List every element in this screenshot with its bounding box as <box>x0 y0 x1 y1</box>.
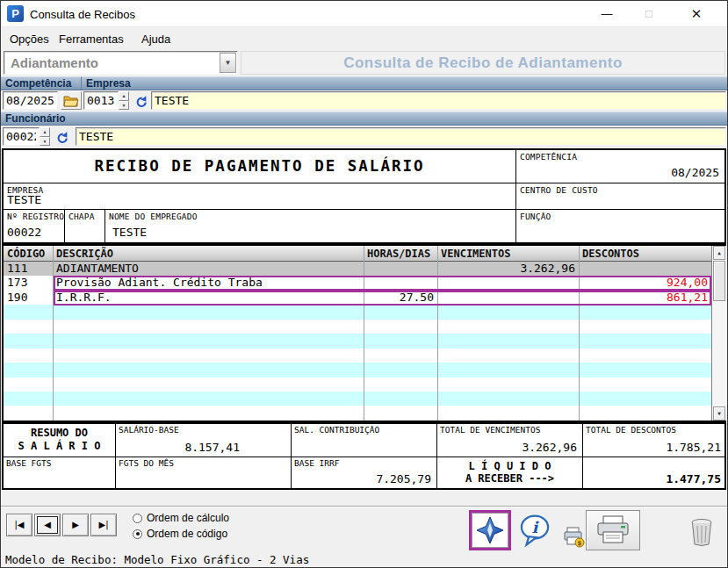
menu-item-ajuda[interactable]: Ajuda <box>141 32 170 46</box>
summary-section: RESUMO DO S A L Á R I O SALÁRIO-BASE 8.1… <box>2 422 726 490</box>
print-button[interactable] <box>586 510 640 550</box>
section-header-empresa: Empresa <box>81 76 727 90</box>
nome-label: NOME DO EMPREGADO <box>109 212 198 221</box>
competencia-label: COMPETÊNCIA <box>520 152 577 162</box>
maximize-button[interactable]: □ <box>630 1 668 26</box>
empresa-undo-button[interactable] <box>133 93 150 109</box>
grid-header-horas-dias: HORAS/DIAS <box>367 248 430 260</box>
nome-value: TESTE <box>112 226 147 239</box>
grid-row-empty[interactable] <box>4 392 711 406</box>
cell-codigo: 111 <box>7 262 27 275</box>
empresa-value: TESTE <box>7 193 41 206</box>
menu-item-opcoes[interactable]: Opções <box>10 32 49 46</box>
spin-up-icon[interactable]: ▲ <box>119 91 129 101</box>
resumo-label: RESUMO DO S A L Á R I O <box>4 424 115 453</box>
grid-header-descontos: DESCONTOS <box>582 248 639 260</box>
grid-header-codigo: CÓDIGO <box>7 248 45 260</box>
undo-icon <box>56 131 69 144</box>
printer-icon <box>595 515 631 545</box>
spin-down-icon[interactable]: ▼ <box>40 137 50 147</box>
competencia-value: 08/2025 <box>671 166 719 179</box>
grid-row-empty[interactable] <box>4 363 711 377</box>
nav-next-button[interactable]: ▶ <box>62 514 89 536</box>
fgts-mes-label: FGTS DO MÊS <box>119 458 174 468</box>
cell-vencimentos: 3.262,96 <box>437 262 575 275</box>
page-title: Consulta de Recibo de Adiantamento <box>343 54 623 71</box>
competencia-header-label: Competência <box>5 77 71 90</box>
grid-row-empty[interactable] <box>4 377 711 392</box>
combobox-value: Adiantamento <box>11 55 98 70</box>
registro-value: 00022 <box>7 226 41 239</box>
grid-row-empty[interactable] <box>4 305 711 319</box>
cell-codigo: 173 <box>7 277 27 289</box>
process-button[interactable] <box>472 513 508 548</box>
funcionario-name-field[interactable] <box>76 127 726 146</box>
section-header-funcionario: Funcionário <box>1 111 727 126</box>
funcionario-code-input[interactable] <box>3 127 40 146</box>
liquido-label: L Í Q U I D O A RECEBER ---> <box>437 457 582 485</box>
minimize-button[interactable]: — <box>587 1 626 26</box>
radio-ordem-codigo-label: Ordem de código <box>147 528 227 540</box>
nav-prev-button[interactable]: ◀ <box>34 514 61 536</box>
receipt-chapa-cell: CHAPA <box>65 210 105 242</box>
info-balloon-icon: i <box>519 514 551 548</box>
status-bar-text: Modelo de Recibo: Modelo Fixo Gráfico - … <box>5 553 309 566</box>
annotation-box-row-190 <box>54 291 711 306</box>
radio-checked-icon <box>133 529 142 539</box>
receipt-title-cell: RECIBO DE PAGAMENTO DE SALÁRIO <box>4 150 516 183</box>
funcionario-undo-button[interactable] <box>54 129 71 145</box>
info-button[interactable]: i <box>517 514 552 549</box>
grid-column-divider <box>364 246 364 421</box>
nav-first-button[interactable]: |◀ <box>6 514 32 536</box>
receipt-registro-cell: Nº REGISTRO 00022 <box>4 210 65 242</box>
app-window: P Consulta de Recibos — □ ✕ Opções Ferra… <box>0 0 728 568</box>
radio-ordem-calculo[interactable]: Ordem de cálculo <box>133 512 229 524</box>
grid-row-111[interactable]: 111 ADIANTAMENTO 3.262,96 <box>4 262 711 276</box>
base-irrf-value: 7.205,79 <box>376 472 431 485</box>
spin-up-icon[interactable]: ▲ <box>40 127 50 137</box>
total-descontos-cell: TOTAL DE DESCONTOS 1.785,21 <box>583 424 726 457</box>
funcionario-code-spinner[interactable]: ▲ ▼ <box>40 127 50 146</box>
nav-last-button[interactable]: ▶| <box>90 514 117 536</box>
grid-row-empty[interactable] <box>4 320 711 334</box>
vertical-scrollbar[interactable]: ▲ ▼ <box>711 246 726 421</box>
grid-column-divider <box>437 246 438 421</box>
base-fgts-label: BASE FGTS <box>6 458 51 468</box>
fgts-mes-cell: FGTS DO MÊS <box>116 457 292 488</box>
grid-row-empty[interactable] <box>4 406 711 420</box>
radio-unchecked-icon <box>133 514 142 523</box>
resumo-cell: RESUMO DO S A L Á R I O <box>4 424 116 457</box>
base-irrf-label: BASE IRRF <box>294 458 339 468</box>
total-vencimentos-cell: TOTAL DE VENCIMENTOS 3.262,96 <box>437 424 583 457</box>
receipt-grid: CÓDIGO DESCRIÇÃO HORAS/DIAS VENCIMENTOS … <box>2 244 726 422</box>
grid-header-descricao: DESCRIÇÃO <box>56 248 113 260</box>
competencia-input[interactable] <box>3 91 58 110</box>
empresa-header-label: Empresa <box>86 77 131 90</box>
empresa-code-input[interactable] <box>83 91 119 110</box>
radio-ordem-codigo[interactable]: Ordem de código <box>133 528 227 540</box>
receipt-competencia-cell: COMPETÊNCIA 08/2025 <box>516 150 726 183</box>
grid-row-empty[interactable] <box>4 349 711 363</box>
receipt-type-combobox[interactable]: Adiantamento ▼ <box>4 51 238 75</box>
delete-button[interactable] <box>688 515 716 549</box>
empresa-code-spinner[interactable]: ▲ ▼ <box>119 91 129 110</box>
total-vencimentos-label: TOTAL DE VENCIMENTOS <box>440 425 540 435</box>
spin-down-icon[interactable]: ▼ <box>119 101 129 111</box>
trash-icon <box>688 517 715 547</box>
salario-base-cell: SALÁRIO-BASE 8.157,41 <box>116 424 292 457</box>
undo-icon <box>135 95 148 108</box>
chapa-label: CHAPA <box>68 212 95 221</box>
sync-diamond-icon <box>476 516 504 544</box>
menu-item-ferramentas[interactable]: Ferramentas <box>59 32 124 46</box>
scroll-up-icon[interactable]: ▲ <box>713 246 725 260</box>
print-values-button[interactable]: $ <box>561 526 586 549</box>
empresa-name-field[interactable] <box>151 91 726 110</box>
open-folder-icon <box>63 95 79 107</box>
open-empresa-button[interactable] <box>61 91 82 110</box>
close-button[interactable]: ✕ <box>677 1 716 26</box>
scrollbar-thumb[interactable] <box>713 261 725 301</box>
chevron-down-icon[interactable]: ▼ <box>220 53 236 73</box>
liquido-value: 1.477,75 <box>666 472 721 485</box>
grid-row-empty[interactable] <box>4 334 711 348</box>
scroll-down-icon[interactable]: ▼ <box>713 406 725 421</box>
